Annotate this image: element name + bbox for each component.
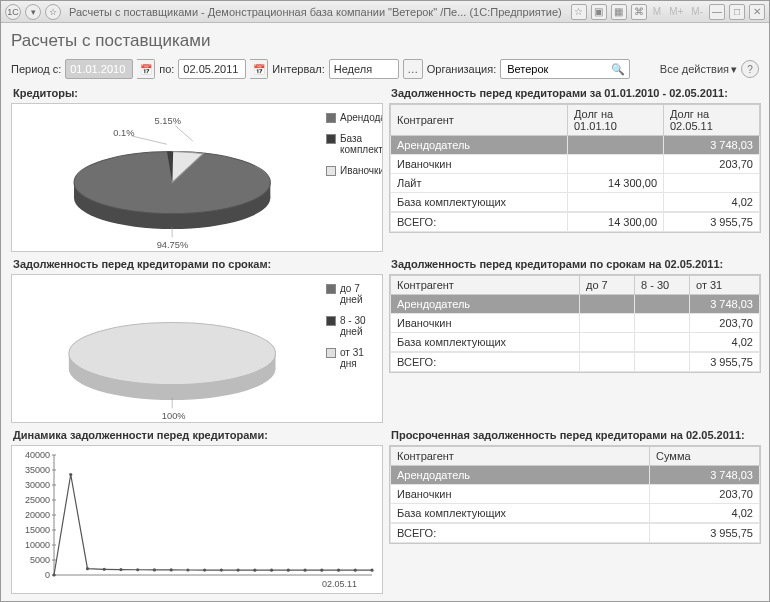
table-row[interactable]: Арендодатель3 748,03: [391, 136, 760, 155]
tool-icon-2[interactable]: ▦: [611, 4, 627, 20]
org-label: Организация:: [427, 63, 496, 75]
table-row[interactable]: Иваночкин203,70: [391, 155, 760, 174]
footer-label: ВСЕГО:: [391, 524, 650, 543]
col-header[interactable]: Долг на 02.05.11: [664, 105, 760, 136]
legend-item: База комплектующих: [326, 133, 378, 155]
table-row[interactable]: Лайт14 300,00: [391, 174, 760, 193]
svg-point-39: [136, 568, 139, 571]
aging-pie-chart: 100%: [12, 275, 322, 423]
tool-icon-1[interactable]: ▣: [591, 4, 607, 20]
col-header[interactable]: Сумма: [650, 447, 760, 466]
dynamics-chart-panel: 0500010000150002000025000300003500040000…: [11, 445, 383, 594]
table-row[interactable]: Арендодатель3 748,03: [391, 466, 760, 485]
svg-text:40000: 40000: [25, 450, 50, 460]
page-title: Расчеты с поставщиками: [11, 31, 759, 51]
back-button[interactable]: ▾: [25, 4, 41, 20]
svg-point-40: [153, 568, 156, 571]
app-icon: 1С: [5, 4, 21, 20]
svg-point-51: [337, 569, 340, 572]
table-row[interactable]: Иваночкин203,70: [391, 314, 760, 333]
svg-text:20000: 20000: [25, 510, 50, 520]
all-actions-link[interactable]: Все действия ▾: [660, 63, 737, 76]
period-from-label: Период с:: [11, 63, 61, 75]
period-to-label: по:: [159, 63, 174, 75]
org-field[interactable]: 🔍: [500, 59, 630, 79]
chevron-down-icon: ▾: [731, 63, 737, 76]
table2-title: Задолженность перед кредиторами по срока…: [389, 258, 761, 272]
debt-aging-table: Контрагент до 7 8 - 30 от 31 Арендодател…: [389, 274, 761, 373]
creditors-pie-chart: 5.15% 0.1%: [12, 104, 322, 252]
debt-period-table: Контрагент Долг на 01.01.10 Долг на 02.0…: [389, 103, 761, 233]
minimize-button[interactable]: —: [709, 4, 725, 20]
svg-line-2: [175, 126, 193, 142]
favorite-icon[interactable]: ☆: [571, 4, 587, 20]
fav-button[interactable]: ☆: [45, 4, 61, 20]
close-button[interactable]: ✕: [749, 4, 765, 20]
mem-mminus[interactable]: М-: [689, 6, 705, 17]
footer-val: [635, 353, 690, 372]
table-row[interactable]: База комплектующих4,02: [391, 333, 760, 352]
mem-m[interactable]: М: [651, 6, 663, 17]
svg-point-43: [203, 568, 206, 571]
svg-text:100%: 100%: [162, 411, 186, 421]
svg-text:15000: 15000: [25, 525, 50, 535]
svg-text:30000: 30000: [25, 480, 50, 490]
table-row[interactable]: Иваночкин203,70: [391, 485, 760, 504]
table1-title: Задолженность перед кредиторами за 01.01…: [389, 87, 761, 101]
svg-text:35000: 35000: [25, 465, 50, 475]
interval-label: Интервал:: [272, 63, 324, 75]
period-to-field[interactable]: 02.05.2011: [178, 59, 246, 79]
table-row[interactable]: База комплектующих4,02: [391, 504, 760, 523]
window-title: Расчеты с поставщиками - Демонстрационна…: [69, 6, 563, 18]
col-header[interactable]: Контрагент: [391, 105, 568, 136]
creditors-pie-panel: 5.15% 0.1%: [11, 103, 383, 252]
period-from-field[interactable]: 01.01.2010: [65, 59, 133, 79]
svg-point-42: [186, 568, 189, 571]
mem-mplus[interactable]: М+: [667, 6, 685, 17]
interval-more-button[interactable]: …: [403, 59, 423, 79]
col-header[interactable]: Контрагент: [391, 276, 580, 295]
footer-label: ВСЕГО:: [391, 213, 568, 232]
table-row[interactable]: Арендодатель3 748,03: [391, 295, 760, 314]
interval-field[interactable]: Неделя: [329, 59, 399, 79]
calc-icon[interactable]: ⌘: [631, 4, 647, 20]
calendar-icon[interactable]: 📅: [137, 59, 155, 79]
aging-title: Задолженность перед кредиторами по срока…: [11, 258, 383, 272]
svg-point-47: [270, 569, 273, 572]
maximize-button[interactable]: □: [729, 4, 745, 20]
svg-point-11: [69, 323, 276, 385]
svg-text:0.1%: 0.1%: [113, 128, 134, 138]
svg-text:25000: 25000: [25, 495, 50, 505]
calendar-icon-2[interactable]: 📅: [250, 59, 268, 79]
svg-point-46: [253, 569, 256, 572]
col-header[interactable]: Контрагент: [391, 447, 650, 466]
help-button[interactable]: ?: [741, 60, 759, 78]
table-row[interactable]: База комплектующих4,02: [391, 193, 760, 212]
svg-point-36: [86, 567, 89, 570]
col-header[interactable]: до 7: [580, 276, 635, 295]
legend-item: 8 - 30 дней: [326, 315, 378, 337]
svg-text:5000: 5000: [30, 555, 50, 565]
col-header[interactable]: 8 - 30: [635, 276, 690, 295]
legend-item: Иваночкин: [326, 165, 378, 176]
legend-item: от 31 дня: [326, 347, 378, 369]
footer-val: 3 955,75: [664, 213, 760, 232]
svg-point-50: [320, 569, 323, 572]
svg-point-38: [119, 568, 122, 571]
col-header[interactable]: Долг на 01.01.10: [568, 105, 664, 136]
svg-point-37: [103, 568, 106, 571]
footer-label: ВСЕГО:: [391, 353, 580, 372]
svg-text:10000: 10000: [25, 540, 50, 550]
dynamics-line-chart: 0500010000150002000025000300003500040000…: [12, 446, 382, 594]
svg-point-48: [287, 569, 290, 572]
svg-text:02.05.11: 02.05.11: [322, 579, 357, 589]
svg-point-34: [52, 573, 55, 576]
legend-item: Арендодатель: [326, 112, 378, 123]
svg-point-52: [354, 569, 357, 572]
aging-pie-panel: 100% до 7 дней 8 - 30 дней от 31 дня: [11, 274, 383, 423]
org-input[interactable]: [505, 62, 611, 76]
svg-line-3: [132, 136, 167, 144]
search-icon[interactable]: 🔍: [611, 63, 625, 76]
svg-point-53: [370, 569, 373, 572]
col-header[interactable]: от 31: [690, 276, 760, 295]
